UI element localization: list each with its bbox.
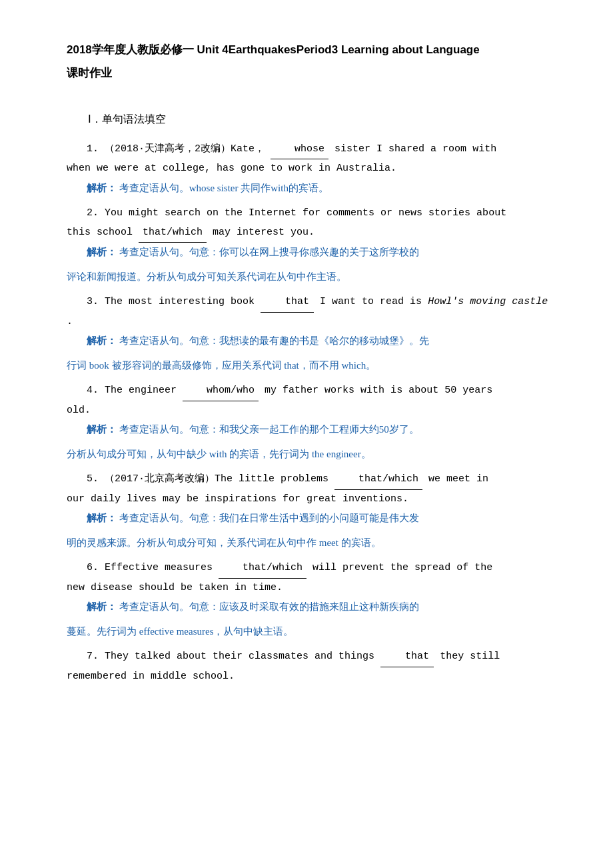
question-5: 5. （2017·北京高考改编）The little problems that… — [67, 470, 560, 552]
q1-explanation: 解析： 考查定语从句。whose sister 共同作with的宾语。 — [67, 179, 560, 198]
q6-exp-label: 解析： — [87, 601, 117, 612]
question-6: 6. Effective measures that/which will pr… — [67, 559, 560, 641]
q4-exp-line1: 考查定语从句。句意：和我父亲一起工作的那个工程师大约50岁了。 — [119, 424, 419, 435]
q3-italic: Howl's moving castle — [428, 296, 548, 307]
q1-answer: whose — [271, 140, 328, 160]
q5-exp-line1: 考查定语从句。句意：我们在日常生活中遇到的小问题可能是伟大发 — [119, 513, 419, 523]
q6-suffix: will prevent the spread of the — [312, 562, 492, 573]
q3-exp-line1: 考查定语从句。句意：我想读的最有趣的书是《哈尔的移动城堡》。先 — [119, 335, 429, 346]
q5-continuation: our daily lives may be inspirations for … — [67, 490, 560, 509]
q6-exp-line1: 考查定语从句。句意：应该及时采取有效的措施来阻止这种新疾病的 — [119, 601, 419, 612]
q4-suffix: my father works with is about 50 years — [265, 385, 492, 396]
question-6-text: 6. Effective measures that/which will pr… — [67, 559, 560, 579]
q5-explanation: 解析： 考查定语从句。句意：我们在日常生活中遇到的小问题可能是伟大发 — [67, 509, 560, 528]
q2-number: 2. — [87, 207, 99, 219]
question-3-text: 3. The most interesting book that I want… — [67, 293, 560, 331]
q3-exp-line2: 行词 book 被形容词的最高级修饰，应用关系代词 that，而不用 which… — [67, 356, 560, 375]
question-1: 1. （2018·天津高考，2改编）Kate， whose sister I s… — [67, 140, 560, 198]
q3-exp-label: 解析： — [87, 335, 117, 346]
q4-exp-label: 解析： — [87, 424, 117, 435]
q6-number: 6. — [87, 562, 99, 573]
q2-exp-line1: 考查定语从句。句意：你可以在网上搜寻你感兴趣的关于这所学校的 — [119, 247, 419, 257]
q6-prefix: Effective measures — [105, 562, 219, 573]
q4-continuation: old. — [67, 401, 560, 421]
q1-continuation: when we were at college, has gone to wor… — [67, 159, 560, 179]
q1-cont-text: when we were at college, has gone to wor… — [67, 163, 396, 174]
q7-prefix: They talked about their classmates and t… — [105, 651, 380, 662]
questions-container: 1. （2018·天津高考，2改编）Kate， whose sister I s… — [67, 140, 560, 687]
question-3: 3. The most interesting book that I want… — [67, 293, 560, 375]
q4-explanation: 解析： 考查定语从句。句意：和我父亲一起工作的那个工程师大约50岁了。 — [67, 420, 560, 439]
q3-answer: that — [261, 293, 314, 313]
question-4: 4. The engineer whom/who my father works… — [67, 381, 560, 463]
q1-suffix: sister I shared a room with — [334, 143, 496, 155]
q3-suffix: I want to read is — [320, 296, 428, 307]
q4-exp-line2: 分析从句成分可知，从句中缺少 with 的宾语，先行词为 the enginee… — [67, 445, 560, 464]
q7-number: 7. — [87, 651, 99, 662]
q7-suffix: they still — [440, 651, 500, 662]
question-5-text: 5. （2017·北京高考改编）The little problems that… — [67, 470, 560, 490]
q1-exp-text: 考查定语从句。whose sister 共同作with的宾语。 — [119, 183, 328, 193]
section-header: Ⅰ．单句语法填空 — [67, 110, 560, 129]
q2-answer: that/which — [139, 223, 207, 243]
q5-answer: that/which — [334, 470, 422, 490]
q3-number: 3. — [87, 296, 99, 307]
q3-explanation: 解析： 考查定语从句。句意：我想读的最有趣的书是《哈尔的移动城堡》。先 — [67, 331, 560, 351]
q6-continuation: new disease should be taken in time. — [67, 579, 560, 598]
q3-prefix: The most interesting book — [105, 296, 261, 307]
q3-end: . — [67, 316, 73, 327]
q2-prefix: You might search on the Internet for com… — [105, 207, 506, 219]
q5-prefix: （2017·北京高考改编）The little problems — [105, 473, 334, 485]
section-label: Ⅰ．单句语法填空 — [88, 113, 166, 125]
q5-exp-label: 解析： — [87, 513, 117, 523]
question-2-text: 2. You might search on the Internet for … — [67, 204, 560, 223]
q5-suffix: we meet in — [428, 473, 488, 485]
question-7-text: 7. They talked about their classmates an… — [67, 647, 560, 667]
q7-continuation: remembered in middle school. — [67, 667, 560, 687]
q6-explanation: 解析： 考查定语从句。句意：应该及时采取有效的措施来阻止这种新疾病的 — [67, 597, 560, 617]
title-line2: 课时作业 — [67, 63, 560, 84]
q4-answer: whom/who — [183, 381, 259, 401]
q1-prefix: （2018·天津高考，2改编）Kate， — [105, 143, 265, 155]
q1-number: 1. — [87, 143, 99, 155]
q1-exp-label: 解析： — [87, 183, 117, 193]
question-1-text: 1. （2018·天津高考，2改编）Kate， whose sister I s… — [67, 140, 560, 160]
q4-prefix: The engineer — [105, 385, 183, 396]
question-4-text: 4. The engineer whom/who my father works… — [67, 381, 560, 401]
q2-exp-line2: 评论和新闻报道。分析从句成分可知关系代词在从句中作主语。 — [67, 267, 560, 287]
question-7: 7. They talked about their classmates an… — [67, 647, 560, 686]
q2-explanation: 解析： 考查定语从句。句意：你可以在网上搜寻你感兴趣的关于这所学校的 — [67, 243, 560, 262]
q7-answer: that — [380, 647, 434, 667]
q4-number: 4. — [87, 385, 99, 396]
title-block: 2018学年度人教版必修一 Unit 4EarthquakesPeriod3 L… — [67, 40, 560, 83]
q6-answer: that/which — [219, 559, 306, 579]
q2-exp-label: 解析： — [87, 247, 117, 257]
q6-exp-line2: 蔓延。先行词为 effective measures，从句中缺主语。 — [67, 622, 560, 641]
q2-line2: this school that/which may interest you. — [67, 223, 560, 243]
title-line1: 2018学年度人教版必修一 Unit 4EarthquakesPeriod3 L… — [67, 40, 560, 61]
q5-number: 5. — [87, 473, 99, 485]
q5-exp-line2: 明的灵感来源。分析从句成分可知，关系代词在从句中作 meet 的宾语。 — [67, 533, 560, 553]
question-2: 2. You might search on the Internet for … — [67, 204, 560, 286]
